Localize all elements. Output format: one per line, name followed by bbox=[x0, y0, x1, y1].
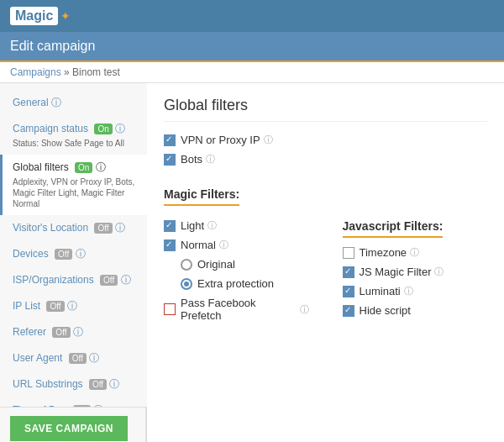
vpn-checkbox[interactable] bbox=[164, 134, 176, 146]
original-label[interactable]: Original bbox=[181, 258, 235, 271]
breadcrumb-current: Binom test bbox=[72, 66, 120, 78]
isp-badge-off: Off bbox=[100, 275, 118, 286]
sidebar-item-isp[interactable]: ISP/Organizations Off ⓘ bbox=[0, 267, 147, 293]
magic-filters-title: Magic Filters: bbox=[164, 187, 239, 206]
normal-text: Normal bbox=[181, 239, 216, 251]
sidebar: General ⓘ Campaign status On ⓘ Status: S… bbox=[0, 83, 147, 407]
filter-row-light: Light ⓘ bbox=[164, 219, 309, 232]
main-layout: General ⓘ Campaign status On ⓘ Status: S… bbox=[0, 83, 504, 442]
logo-text: Magic bbox=[10, 7, 58, 25]
filter-row-js-magic: JS Magic Filter ⓘ bbox=[343, 266, 488, 278]
sidebar-item-referer[interactable]: Referer Off ⓘ bbox=[0, 319, 147, 345]
extra-protection-radio[interactable] bbox=[181, 278, 192, 290]
fb-info-icon: ⓘ bbox=[300, 303, 309, 316]
filter-row-luminati: Luminati ⓘ bbox=[343, 285, 488, 297]
info-icon: ⓘ bbox=[121, 274, 131, 286]
global-filters-desc: Adplexity, VPN or Proxy IP, Bots, Magic … bbox=[13, 176, 137, 209]
info-icon: ⓘ bbox=[67, 300, 77, 312]
breadcrumb-link[interactable]: Campaigns bbox=[10, 66, 61, 78]
sidebar-item-url-substrings[interactable]: URL Substrings Off ⓘ bbox=[0, 371, 147, 397]
dev-badge-off: Off bbox=[55, 249, 72, 260]
save-campaign-button[interactable]: SAVE CAMPAIGN bbox=[10, 416, 128, 441]
sidebar-item-global-filters[interactable]: Global filters On ⓘ Adplexity, VPN or Pr… bbox=[0, 155, 147, 215]
filter-row-pass-facebook: Pass Facebook Prefetch ⓘ bbox=[164, 297, 309, 322]
bots-text: Bots bbox=[181, 153, 202, 166]
sidebar-item-time-of-day[interactable]: Time of Day Off ⓘ bbox=[0, 397, 147, 407]
sidebar-item-general[interactable]: General ⓘ bbox=[0, 90, 147, 116]
campaign-status-desc: Status: Show Safe Page to All bbox=[13, 138, 137, 149]
vpn-info-icon: ⓘ bbox=[264, 134, 273, 146]
two-col-layout: Light ⓘ Normal ⓘ Original bbox=[164, 219, 487, 329]
light-label[interactable]: Light ⓘ bbox=[164, 219, 217, 232]
breadcrumb-separator: » bbox=[61, 66, 72, 78]
sidebar-item-campaign-status[interactable]: Campaign status On ⓘ Status: Show Safe P… bbox=[0, 116, 147, 155]
info-icon: ⓘ bbox=[115, 222, 125, 234]
js-filters-col: Javascript Filters: Timezone ⓘ JS Magic … bbox=[343, 219, 488, 329]
logo: Magic ✦ bbox=[10, 7, 71, 25]
extra-protection-label[interactable]: Extra protection bbox=[181, 277, 274, 290]
sidebar-item-visitors-location[interactable]: Visitor's Location Off ⓘ bbox=[0, 215, 147, 241]
filter-row-timezone: Timezone ⓘ bbox=[343, 246, 488, 259]
original-text: Original bbox=[197, 258, 235, 271]
luminati-info-icon: ⓘ bbox=[404, 285, 413, 297]
magic-filters-section: Magic Filters: bbox=[164, 177, 487, 213]
pass-facebook-label[interactable]: Pass Facebook Prefetch ⓘ bbox=[164, 297, 309, 322]
luminati-checkbox[interactable] bbox=[343, 286, 354, 297]
sidebar-wrapper: General ⓘ Campaign status On ⓘ Status: S… bbox=[0, 83, 147, 442]
sidebar-item-devices[interactable]: Devices Off ⓘ bbox=[0, 241, 147, 267]
vpn-label[interactable]: VPN or Proxy IP ⓘ bbox=[164, 134, 273, 146]
extra-protection-text: Extra protection bbox=[197, 277, 274, 290]
filter-row-vpn: VPN or Proxy IP ⓘ bbox=[164, 134, 487, 146]
page-title: Edit campaign bbox=[10, 39, 95, 53]
info-icon: ⓘ bbox=[51, 97, 61, 108]
hide-script-checkbox[interactable] bbox=[343, 305, 354, 317]
logo-star: ✦ bbox=[60, 9, 71, 23]
bots-label[interactable]: Bots ⓘ bbox=[164, 153, 215, 166]
timezone-text: Timezone bbox=[360, 246, 407, 259]
info-icon: ⓘ bbox=[76, 248, 86, 260]
filter-row-original: Original bbox=[181, 258, 309, 271]
pass-facebook-text: Pass Facebook Prefetch bbox=[181, 297, 297, 322]
timezone-checkbox[interactable] bbox=[343, 247, 354, 259]
normal-info-icon: ⓘ bbox=[219, 239, 228, 251]
timezone-label[interactable]: Timezone ⓘ bbox=[343, 246, 420, 259]
ref-badge-off: Off bbox=[52, 327, 70, 338]
light-checkbox[interactable] bbox=[164, 220, 176, 232]
info-icon: ⓘ bbox=[115, 123, 125, 134]
bots-checkbox[interactable] bbox=[164, 154, 176, 166]
light-text: Light bbox=[181, 219, 204, 232]
info-icon: ⓘ bbox=[109, 378, 119, 390]
filter-row-extra-protection: Extra protection bbox=[181, 277, 309, 290]
filter-row-hide-script: Hide script bbox=[343, 304, 488, 317]
magic-filters-col: Light ⓘ Normal ⓘ Original bbox=[164, 219, 309, 329]
pass-facebook-checkbox[interactable] bbox=[164, 303, 176, 315]
js-magic-checkbox[interactable] bbox=[343, 266, 354, 278]
app-header: Magic ✦ bbox=[0, 0, 504, 32]
filter-row-normal: Normal ⓘ bbox=[164, 239, 309, 251]
timezone-info-icon: ⓘ bbox=[410, 246, 419, 259]
info-icon: ⓘ bbox=[89, 352, 99, 364]
js-magic-info-icon: ⓘ bbox=[434, 266, 444, 278]
luminati-label[interactable]: Luminati ⓘ bbox=[343, 285, 413, 297]
js-filters-title: Javascript Filters: bbox=[343, 219, 444, 238]
luminati-text: Luminati bbox=[360, 285, 401, 297]
original-radio[interactable] bbox=[181, 259, 192, 271]
vpn-text: VPN or Proxy IP bbox=[181, 134, 260, 146]
hide-script-label[interactable]: Hide script bbox=[343, 304, 411, 317]
gf-badge-on: On bbox=[75, 162, 92, 173]
sidebar-item-user-agent[interactable]: User Agent Off ⓘ bbox=[0, 345, 147, 371]
content-title: Global filters bbox=[164, 97, 487, 122]
url-badge-off: Off bbox=[89, 379, 107, 390]
bots-info-icon: ⓘ bbox=[206, 153, 215, 166]
normal-checkbox[interactable] bbox=[164, 239, 176, 251]
hide-script-text: Hide script bbox=[360, 304, 411, 317]
status-badge-on: On bbox=[94, 124, 112, 134]
content-area: Global filters VPN or Proxy IP ⓘ Bots ⓘ … bbox=[147, 83, 504, 442]
sidebar-item-ip-list[interactable]: IP List Off ⓘ bbox=[0, 293, 147, 319]
normal-label[interactable]: Normal ⓘ bbox=[164, 239, 228, 251]
info-icon: ⓘ bbox=[96, 161, 106, 173]
ip-badge-off: Off bbox=[46, 301, 64, 312]
js-magic-text: JS Magic Filter bbox=[360, 266, 432, 278]
vl-badge-off: Off bbox=[94, 223, 112, 234]
js-magic-label[interactable]: JS Magic Filter ⓘ bbox=[343, 266, 444, 278]
